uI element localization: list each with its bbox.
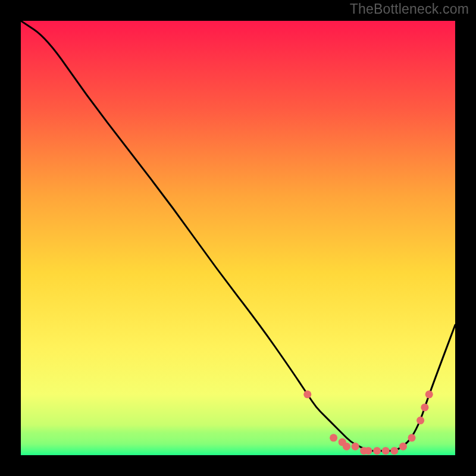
valley-dot — [330, 434, 337, 441]
valley-dot — [399, 443, 407, 450]
valley-dot — [421, 403, 428, 411]
canvas: TheBottleneck.com — [0, 0, 476, 476]
valley-dot — [343, 443, 350, 450]
valley-dot — [373, 447, 381, 455]
valley-dot — [408, 434, 415, 441]
valley-dot — [390, 447, 398, 455]
attribution-text: TheBottleneck.com — [350, 1, 469, 17]
plot-area — [21, 21, 455, 455]
valley-dot — [382, 447, 390, 455]
valley-dot — [364, 447, 372, 455]
valley-dot — [416, 416, 424, 424]
valley-dot — [352, 443, 359, 450]
valley-dot — [303, 390, 311, 398]
valley-dot — [425, 390, 433, 398]
curve-path — [21, 21, 455, 451]
bottleneck-curve — [21, 21, 455, 455]
